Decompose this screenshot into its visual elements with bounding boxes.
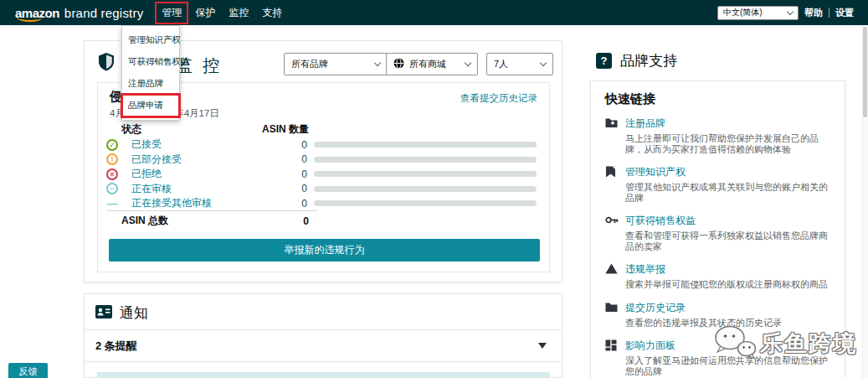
language-value: 中文(简体) [723,7,763,18]
quick-link-desc: 管理其他知识产权或将其关联到与您的账户相关的品牌 [625,182,836,203]
amazon-smile-icon [17,17,42,22]
brand-registry-logo[interactable]: amazon brand registry [15,6,143,20]
main-menu: 管理 保护 监控 支持 [155,2,289,24]
count-column-header: ASIN 数量 [257,122,309,137]
table-row: ✓ 已接受 0 [98,137,549,153]
warning-triangle-icon [605,262,619,290]
quick-link[interactable]: 注册品牌 [625,117,836,131]
dash-icon: — [106,198,118,210]
divider [106,210,317,211]
asin-total-label: ASIN 总数 [121,214,257,228]
status-link[interactable]: 已拒绝 [131,167,255,181]
members-filter-select[interactable]: 7人 [486,53,553,75]
asin-total-value: 0 [257,215,309,227]
chevron-down-icon [465,60,471,66]
progress-bar [314,142,537,148]
asin-total-row: ASIN 总数 0 [98,214,549,228]
alerts-collapsible-row[interactable]: 2 条提醒 [85,330,562,362]
top-navbar: amazon brand registry 管理 保护 监控 支持 中文(简体)… [0,0,868,25]
brand-filter-select[interactable]: 所有品牌 [284,53,388,75]
table-row: − 正在审核 0 [98,182,549,197]
asin-count: 0 [255,153,307,165]
status-link[interactable]: 已接受 [131,137,255,152]
dashboard-grid-icon [605,339,619,376]
table-row: — 正在接受其他审核 0 [98,196,549,211]
settings-link[interactable]: 设置 [829,7,860,19]
scrollbar-thumb[interactable] [863,27,867,117]
dropdown-item-selling-benefits[interactable]: 可获得销售权益 [122,51,179,73]
notifications-heading: 通知 [120,303,148,323]
logo-suffix: brand registry [64,6,144,20]
help-link[interactable]: 帮助 [799,7,829,19]
quick-link[interactable]: 可获得销售权益 [625,214,836,228]
quick-link[interactable]: 提交历史记录 [625,301,836,315]
quick-link-desc: 查看和管理可获得一系列独家权益以销售您品牌商品的卖家 [625,230,836,251]
marketplace-filter-select[interactable]: 所有商城 [386,53,478,75]
list-item: 可获得销售权益 查看和管理可获得一系列独家权益以销售您品牌商品的卖家 [605,214,831,251]
watermark: 乐鱼跨境 [713,324,857,364]
chevron-down-icon [787,8,794,14]
alert-banner [97,372,550,378]
progress-bar [314,186,537,192]
quick-link[interactable]: 管理知识产权 [625,165,836,179]
menu-item-support[interactable]: 支持 [255,3,289,23]
members-filter-value: 7人 [494,58,508,70]
asin-count: 0 [255,198,307,210]
table-header-row: 状态 ASIN 数量 [98,122,549,136]
chevron-down-icon [374,60,381,66]
contact-card-icon [95,305,112,322]
question-mark-icon: ? [596,53,612,69]
status-link[interactable]: 正在审核 [131,182,255,196]
notifications-card: 通知 2 条提醒 [84,293,562,378]
progress-bar [314,157,537,163]
quick-link[interactable]: 违规举报 [625,262,836,277]
exclamation-circle-icon: ! [106,153,118,165]
collapse-caret-icon[interactable] [538,343,547,349]
menu-item-protect[interactable]: 保护 [188,3,222,23]
progress-bar [314,200,537,206]
quick-link-desc: 马上注册即可让我们帮助您保护并发展自己的品牌，从而为买家打造值得信赖的购物体验 [625,133,836,154]
progress-bar [314,171,537,177]
asin-count: 0 [255,139,307,151]
status-link[interactable]: 正在接受其他审核 [131,196,255,210]
table-row: ! 已部分接受 0 [98,153,549,168]
key-icon [605,214,619,251]
quick-links-heading: 快速链接 [605,91,831,107]
amazon-logo: amazon [15,6,59,20]
list-item: 管理知识产权 管理其他知识产权或将其关联到与您的账户相关的品牌 [605,165,831,203]
asin-count: 0 [255,183,307,194]
menu-item-monitor[interactable]: 监控 [222,3,255,23]
language-select[interactable]: 中文(简体) [717,6,799,20]
feedback-button[interactable]: 反馈 [8,363,48,378]
chevron-down-icon [540,60,547,66]
submission-history-link[interactable]: 查看提交历史记录 [460,92,537,105]
chat-bubbles-icon [713,324,757,364]
check-circle-icon: ✓ [106,139,118,151]
minus-circle-icon: − [106,183,118,194]
marketplace-filter-value: 所有商城 [409,58,446,70]
dropdown-item-manage-ip[interactable]: 管理知识产权 [122,29,179,51]
table-row: × 已拒绝 0 [98,167,549,182]
asin-count: 0 [255,168,307,180]
brand-filter-value: 所有品牌 [291,58,328,70]
shield-icon [97,52,116,75]
bookmark-icon [605,165,619,203]
status-column-header: 状态 [121,122,257,137]
status-table: 状态 ASIN 数量 ✓ 已接受 0 ! 已部分接受 0 × 已拒绝 0 [98,122,549,211]
dropdown-item-brand-application[interactable]: 品牌申请 [122,95,179,117]
dropdown-item-enroll-brand[interactable]: 注册品牌 [122,73,179,95]
list-item: 违规举报 搜索并举报可能侵犯您的版权或注册商标权的商品 [605,262,831,290]
folder-plus-icon [605,117,619,154]
alerts-count-label: 2 条提醒 [95,339,137,354]
scrollbar-track [862,25,868,378]
folder-icon [605,301,619,329]
support-heading: 品牌支持 [620,51,677,70]
menu-item-manage[interactable]: 管理 [155,2,188,24]
report-violation-button[interactable]: 举报新的违规行为 [109,239,540,261]
status-link[interactable]: 已部分接受 [131,153,255,167]
quick-link-desc: 搜索并举报可能侵犯您的版权或注册商标权的商品 [625,279,836,290]
x-circle-icon: × [106,168,118,180]
watermark-text: 乐鱼跨境 [760,329,857,359]
manage-dropdown-menu: 管理知识产权 可获得销售权益 注册品牌 品牌申请 [121,25,180,121]
globe-icon [393,58,404,70]
